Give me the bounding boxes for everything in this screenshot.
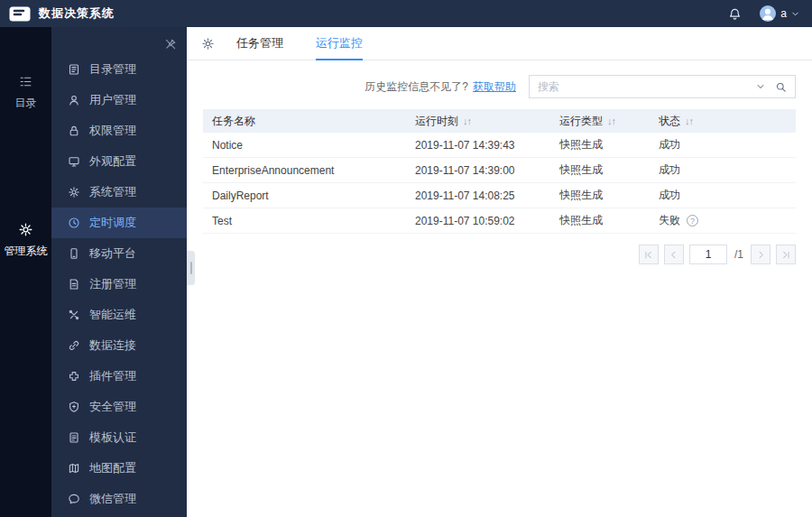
cell-run-time: 2019-11-07 14:39:00 [406, 164, 550, 177]
cell-run-type: 快照生成 [550, 137, 650, 152]
chat-bubble-icon [68, 493, 80, 505]
sort-icon[interactable]: ↓↑ [607, 115, 615, 126]
sidebar-item-catalog-management[interactable]: 目录管理 [51, 54, 187, 85]
cell-run-type: 快照生成 [550, 162, 650, 178]
sidebar-item-template-authentication[interactable]: 模板认证 [51, 422, 187, 453]
sidebar-item-registration-management[interactable]: 注册管理 [51, 269, 187, 300]
username: a [780, 7, 787, 20]
get-help-link[interactable]: 获取帮助 [473, 79, 516, 95]
cell-run-time: 2019-11-07 14:08:25 [406, 189, 550, 202]
puzzle-icon [68, 370, 80, 383]
tabbar: 任务管理 运行监控 [187, 27, 812, 60]
last-page-button[interactable] [776, 245, 796, 264]
status-help-icon[interactable]: ? [687, 215, 698, 226]
sidebar-collapse-handle[interactable] [187, 251, 195, 285]
cell-task-name: Test [203, 215, 406, 227]
topbar: 数据决策系统 a [0, 0, 812, 27]
directory-list-icon [18, 74, 33, 89]
catalog-icon [68, 63, 80, 76]
rail-item-label: 管理系统 [0, 244, 51, 259]
sidebar-item-data-connection[interactable]: 数据连接 [51, 330, 187, 361]
monitoring-table: 任务名称 运行时刻 ↓↑ 运行类型 ↓↑ 状态 ↓↑ [203, 109, 796, 234]
page-number-input[interactable] [689, 245, 727, 264]
link-icon [68, 339, 80, 352]
table-row: DailyReport 2019-11-07 14:08:25 快照生成 成功 [203, 183, 796, 208]
notification-bell-icon[interactable] [728, 7, 742, 21]
column-label: 状态 [659, 114, 680, 129]
rail-item-management-system[interactable]: 管理系统 [0, 222, 51, 259]
sidebar-item-label: 安全管理 [89, 399, 136, 415]
page-total: /1 [734, 248, 743, 261]
sidebar-item-appearance-config[interactable]: 外观配置 [51, 146, 187, 177]
run-monitoring-panel: 历史监控信息不见了? 获取帮助 [187, 75, 812, 264]
column-label: 运行类型 [559, 114, 603, 129]
sidebar-item-label: 数据连接 [89, 337, 136, 354]
sort-icon[interactable]: ↓↑ [463, 115, 471, 126]
table-row: Test 2019-11-07 10:59:02 快照生成 失败 ? [203, 208, 796, 234]
shell: 目录 管理系统 目录管理 用户管理 [0, 27, 812, 517]
cell-status: 失败 ? [650, 213, 796, 228]
search-chevron-down-icon[interactable] [756, 82, 765, 91]
sidebar-item-label: 模板认证 [89, 429, 136, 446]
topbar-left: 数据决策系统 [9, 5, 115, 22]
column-label: 任务名称 [212, 114, 255, 129]
tab-task-management[interactable]: 任务管理 [236, 27, 283, 60]
tools-icon [68, 309, 80, 321]
sidebar-item-system-management[interactable]: 系统管理 [51, 177, 187, 208]
tab-label: 运行监控 [316, 36, 363, 50]
sidebar-item-mobile-platform[interactable]: 移动平台 [51, 238, 187, 269]
column-header-task-name: 任务名称 [203, 114, 406, 129]
sidebar-item-plugin-management[interactable]: 插件管理 [51, 361, 187, 392]
unpin-icon[interactable] [164, 38, 177, 51]
table-row: EnterpriseAnnouncement 2019-11-07 14:39:… [203, 158, 796, 183]
prev-page-button[interactable] [664, 245, 684, 264]
main-content: 任务管理 运行监控 历史监控信息不见了? 获取帮助 [187, 27, 812, 517]
gear-icon [68, 186, 80, 198]
app: 数据决策系统 a 目录 [0, 0, 812, 517]
shield-icon [68, 401, 80, 413]
document-icon [68, 278, 80, 291]
sidebar-item-security-management[interactable]: 安全管理 [51, 392, 187, 422]
sidebar-item-label: 智能运维 [89, 307, 136, 323]
user-menu[interactable]: a [760, 5, 799, 22]
column-header-status[interactable]: 状态 ↓↑ [650, 114, 796, 129]
tab-settings-gear-icon[interactable] [201, 37, 215, 51]
tab-run-monitoring[interactable]: 运行监控 [316, 27, 363, 60]
app-logo-icon [9, 6, 31, 22]
cell-status: 成功 [650, 188, 796, 203]
toolbar: 历史监控信息不见了? 获取帮助 [203, 75, 796, 98]
table-row: Notice 2019-11-07 14:39:43 快照生成 成功 [203, 133, 796, 158]
sort-icon[interactable]: ↓↑ [685, 115, 693, 126]
rail-item-directory[interactable]: 目录 [0, 74, 51, 111]
cell-status: 成功 [650, 162, 796, 178]
mobile-icon [68, 247, 80, 260]
sidebar-item-scheduled-tasks[interactable]: 定时调度 [51, 208, 187, 238]
sidebar-item-label: 外观配置 [89, 153, 136, 170]
status-text: 失败 [659, 213, 680, 228]
cell-run-time: 2019-11-07 14:39:43 [406, 139, 550, 152]
column-header-run-type[interactable]: 运行类型 ↓↑ [550, 114, 650, 129]
rail-item-label: 目录 [0, 96, 51, 111]
first-page-button[interactable] [639, 245, 659, 264]
next-page-button[interactable] [751, 245, 770, 264]
clock-icon [68, 217, 80, 229]
column-header-run-time[interactable]: 运行时刻 ↓↑ [406, 114, 550, 129]
sidebar-item-label: 用户管理 [89, 92, 136, 108]
sidebar-item-intelligent-ops[interactable]: 智能运维 [51, 300, 187, 330]
certificate-icon [68, 431, 80, 444]
cell-run-type: 快照生成 [550, 188, 650, 203]
sidebar-item-map-config[interactable]: 地图配置 [51, 453, 187, 484]
search-icon[interactable] [775, 81, 787, 93]
search-input[interactable] [538, 80, 756, 93]
sidebar-item-label: 移动平台 [89, 245, 136, 262]
sidebar-item-label: 地图配置 [89, 460, 136, 476]
sidebar-item-permission-management[interactable]: 权限管理 [51, 115, 187, 146]
display-icon [68, 155, 80, 168]
sidebar-item-label: 定时调度 [89, 215, 136, 231]
pagination: /1 [203, 245, 796, 264]
sidebar-item-label: 微信管理 [89, 491, 136, 507]
cell-task-name: Notice [203, 139, 406, 152]
sidebar-item-user-management[interactable]: 用户管理 [51, 85, 187, 115]
cell-task-name: EnterpriseAnnouncement [203, 164, 406, 177]
sidebar-item-wechat-management[interactable]: 微信管理 [51, 484, 187, 514]
